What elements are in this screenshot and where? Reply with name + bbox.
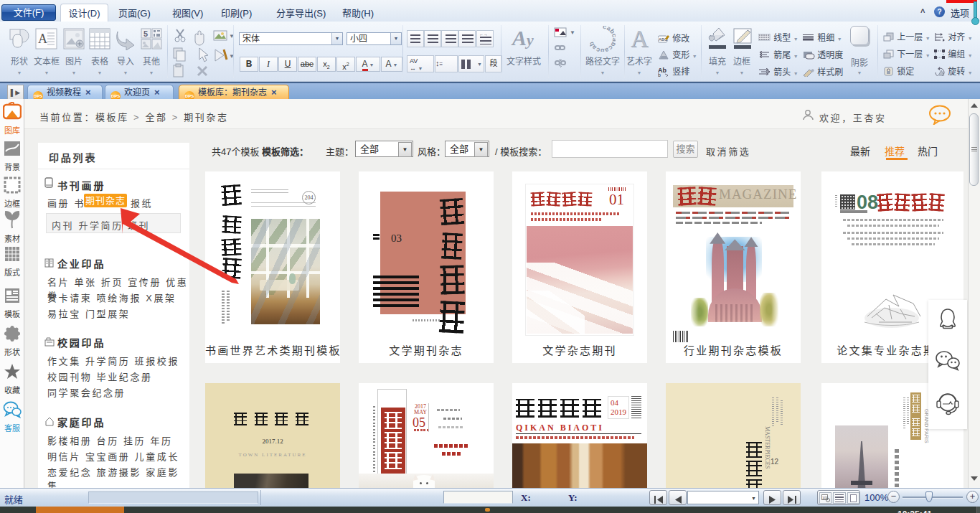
svg-text:b: b — [658, 72, 661, 77]
svg-text:5: 5 — [143, 29, 148, 38]
svg-text:cabcabcabcab: cabcabcabcab — [590, 26, 616, 52]
svg-text:A: A — [38, 32, 47, 46]
svg-text:▼: ▼ — [570, 29, 575, 36]
